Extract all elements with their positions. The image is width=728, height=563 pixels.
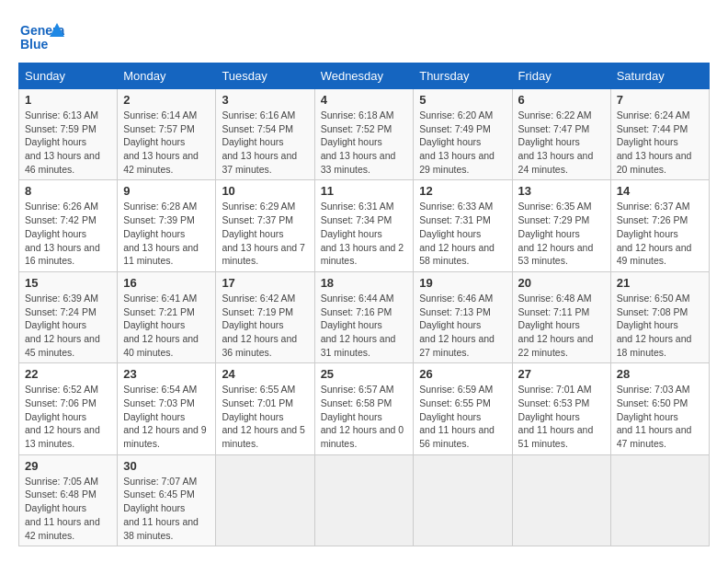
- day-info: Sunrise: 6:57 AM Sunset: 6:58 PM Dayligh…: [321, 383, 408, 450]
- day-info: Sunrise: 7:01 AM Sunset: 6:53 PM Dayligh…: [518, 383, 605, 450]
- calendar-cell: 24 Sunrise: 6:55 AM Sunset: 7:01 PM Dayl…: [216, 363, 314, 454]
- day-number: 17: [222, 276, 308, 290]
- day-number: 21: [617, 276, 703, 290]
- day-info: Sunrise: 6:55 AM Sunset: 7:01 PM Dayligh…: [222, 383, 308, 450]
- calendar-cell: 8 Sunrise: 6:26 AM Sunset: 7:42 PM Dayli…: [19, 180, 118, 271]
- calendar-cell: 5 Sunrise: 6:20 AM Sunset: 7:49 PM Dayli…: [414, 89, 512, 180]
- calendar-cell: 27 Sunrise: 7:01 AM Sunset: 6:53 PM Dayl…: [512, 363, 610, 454]
- calendar-cell: 14 Sunrise: 6:37 AM Sunset: 7:26 PM Dayl…: [610, 180, 709, 271]
- calendar-week-4: 22 Sunrise: 6:52 AM Sunset: 7:06 PM Dayl…: [19, 363, 710, 454]
- calendar-cell: 19 Sunrise: 6:46 AM Sunset: 7:13 PM Dayl…: [414, 271, 512, 362]
- calendar-cell: 28 Sunrise: 7:03 AM Sunset: 6:50 PM Dayl…: [610, 363, 709, 454]
- logo: General Blue: [18, 18, 64, 55]
- weekday-header-friday: Friday: [512, 63, 610, 89]
- day-number: 11: [321, 184, 408, 198]
- calendar-table: SundayMondayTuesdayWednesdayThursdayFrid…: [18, 63, 710, 546]
- calendar-cell: 30 Sunrise: 7:07 AM Sunset: 6:45 PM Dayl…: [118, 454, 216, 546]
- day-info: Sunrise: 6:41 AM Sunset: 7:21 PM Dayligh…: [123, 292, 210, 359]
- day-info: Sunrise: 6:44 AM Sunset: 7:16 PM Dayligh…: [321, 292, 408, 359]
- calendar-cell: 25 Sunrise: 6:57 AM Sunset: 6:58 PM Dayl…: [314, 363, 414, 454]
- day-info: Sunrise: 6:13 AM Sunset: 7:59 PM Dayligh…: [25, 109, 111, 176]
- day-number: 5: [419, 93, 506, 107]
- calendar-cell: 17 Sunrise: 6:42 AM Sunset: 7:19 PM Dayl…: [216, 271, 314, 362]
- calendar-cell: 21 Sunrise: 6:50 AM Sunset: 7:08 PM Dayl…: [610, 271, 709, 362]
- calendar-cell: [512, 454, 610, 546]
- calendar-cell: 22 Sunrise: 6:52 AM Sunset: 7:06 PM Dayl…: [19, 363, 118, 454]
- calendar-cell: 26 Sunrise: 6:59 AM Sunset: 6:55 PM Dayl…: [414, 363, 512, 454]
- calendar-cell: [216, 454, 314, 546]
- calendar-cell: 11 Sunrise: 6:31 AM Sunset: 7:34 PM Dayl…: [314, 180, 414, 271]
- day-number: 7: [617, 93, 703, 107]
- calendar-cell: 16 Sunrise: 6:41 AM Sunset: 7:21 PM Dayl…: [118, 271, 216, 362]
- day-number: 27: [518, 367, 605, 381]
- day-number: 20: [518, 276, 605, 290]
- calendar-cell: [610, 454, 709, 546]
- day-info: Sunrise: 6:42 AM Sunset: 7:19 PM Dayligh…: [222, 292, 308, 359]
- logo-icon: General Blue: [18, 18, 64, 55]
- calendar-cell: 1 Sunrise: 6:13 AM Sunset: 7:59 PM Dayli…: [19, 89, 118, 180]
- weekday-header-sunday: Sunday: [19, 63, 118, 89]
- day-number: 2: [123, 93, 210, 107]
- day-number: 28: [617, 367, 703, 381]
- day-number: 26: [419, 367, 506, 381]
- day-info: Sunrise: 6:18 AM Sunset: 7:52 PM Dayligh…: [321, 109, 408, 176]
- day-info: Sunrise: 6:48 AM Sunset: 7:11 PM Dayligh…: [518, 292, 605, 359]
- day-info: Sunrise: 6:24 AM Sunset: 7:44 PM Dayligh…: [617, 109, 703, 176]
- day-number: 30: [123, 459, 210, 473]
- day-info: Sunrise: 6:28 AM Sunset: 7:39 PM Dayligh…: [123, 200, 210, 267]
- day-number: 8: [25, 184, 111, 198]
- calendar-cell: 7 Sunrise: 6:24 AM Sunset: 7:44 PM Dayli…: [610, 89, 709, 180]
- calendar-cell: [314, 454, 414, 546]
- day-number: 19: [419, 276, 506, 290]
- day-number: 10: [222, 184, 308, 198]
- day-info: Sunrise: 6:29 AM Sunset: 7:37 PM Dayligh…: [222, 200, 308, 267]
- day-number: 13: [518, 184, 605, 198]
- day-info: Sunrise: 7:07 AM Sunset: 6:45 PM Dayligh…: [123, 475, 210, 542]
- svg-text:Blue: Blue: [20, 37, 49, 52]
- calendar-cell: 12 Sunrise: 6:33 AM Sunset: 7:31 PM Dayl…: [414, 180, 512, 271]
- day-number: 14: [617, 184, 703, 198]
- page-header: General Blue: [18, 18, 710, 55]
- calendar-week-1: 1 Sunrise: 6:13 AM Sunset: 7:59 PM Dayli…: [19, 89, 710, 180]
- calendar-cell: 23 Sunrise: 6:54 AM Sunset: 7:03 PM Dayl…: [118, 363, 216, 454]
- weekday-header-thursday: Thursday: [414, 63, 512, 89]
- day-number: 1: [25, 93, 111, 107]
- day-info: Sunrise: 6:50 AM Sunset: 7:08 PM Dayligh…: [617, 292, 703, 359]
- day-number: 25: [321, 367, 408, 381]
- day-number: 18: [321, 276, 408, 290]
- calendar-week-3: 15 Sunrise: 6:39 AM Sunset: 7:24 PM Dayl…: [19, 271, 710, 362]
- weekday-header-monday: Monday: [118, 63, 216, 89]
- day-info: Sunrise: 6:46 AM Sunset: 7:13 PM Dayligh…: [419, 292, 506, 359]
- day-info: Sunrise: 6:33 AM Sunset: 7:31 PM Dayligh…: [419, 200, 506, 267]
- calendar-cell: 2 Sunrise: 6:14 AM Sunset: 7:57 PM Dayli…: [118, 89, 216, 180]
- day-number: 4: [321, 93, 408, 107]
- calendar-cell: 29 Sunrise: 7:05 AM Sunset: 6:48 PM Dayl…: [19, 454, 118, 546]
- day-number: 16: [123, 276, 210, 290]
- day-info: Sunrise: 6:39 AM Sunset: 7:24 PM Dayligh…: [25, 292, 111, 359]
- day-number: 24: [222, 367, 308, 381]
- day-info: Sunrise: 6:16 AM Sunset: 7:54 PM Dayligh…: [222, 109, 308, 176]
- calendar-week-2: 8 Sunrise: 6:26 AM Sunset: 7:42 PM Dayli…: [19, 180, 710, 271]
- calendar-cell: 4 Sunrise: 6:18 AM Sunset: 7:52 PM Dayli…: [314, 89, 414, 180]
- day-number: 29: [25, 459, 111, 473]
- day-number: 23: [123, 367, 210, 381]
- day-info: Sunrise: 7:03 AM Sunset: 6:50 PM Dayligh…: [617, 383, 703, 450]
- day-info: Sunrise: 6:54 AM Sunset: 7:03 PM Dayligh…: [123, 383, 210, 450]
- day-info: Sunrise: 6:35 AM Sunset: 7:29 PM Dayligh…: [518, 200, 605, 267]
- day-info: Sunrise: 7:05 AM Sunset: 6:48 PM Dayligh…: [25, 475, 111, 542]
- day-info: Sunrise: 6:14 AM Sunset: 7:57 PM Dayligh…: [123, 109, 210, 176]
- day-number: 12: [419, 184, 506, 198]
- weekday-header-saturday: Saturday: [610, 63, 709, 89]
- day-info: Sunrise: 6:59 AM Sunset: 6:55 PM Dayligh…: [419, 383, 506, 450]
- day-info: Sunrise: 6:26 AM Sunset: 7:42 PM Dayligh…: [25, 200, 111, 267]
- calendar-cell: 18 Sunrise: 6:44 AM Sunset: 7:16 PM Dayl…: [314, 271, 414, 362]
- calendar-week-5: 29 Sunrise: 7:05 AM Sunset: 6:48 PM Dayl…: [19, 454, 710, 546]
- day-info: Sunrise: 6:37 AM Sunset: 7:26 PM Dayligh…: [617, 200, 703, 267]
- calendar-cell: 3 Sunrise: 6:16 AM Sunset: 7:54 PM Dayli…: [216, 89, 314, 180]
- day-info: Sunrise: 6:20 AM Sunset: 7:49 PM Dayligh…: [419, 109, 506, 176]
- day-number: 22: [25, 367, 111, 381]
- calendar-cell: 9 Sunrise: 6:28 AM Sunset: 7:39 PM Dayli…: [118, 180, 216, 271]
- day-number: 15: [25, 276, 111, 290]
- calendar-cell: 10 Sunrise: 6:29 AM Sunset: 7:37 PM Dayl…: [216, 180, 314, 271]
- day-number: 3: [222, 93, 308, 107]
